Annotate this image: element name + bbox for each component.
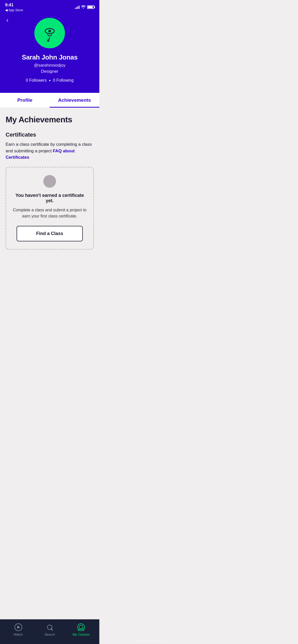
battery-icon xyxy=(87,5,94,9)
no-certificate-title: You haven't earned a certificate yet. xyxy=(12,193,87,203)
certificates-title: Certificates xyxy=(6,131,94,138)
avatar-svg xyxy=(39,23,60,43)
avatar xyxy=(34,18,65,48)
profile-username: @sarahmoodjoy xyxy=(34,63,65,68)
find-class-button[interactable]: Find a Class xyxy=(17,226,83,241)
achievements-section: My Achievements Certificates Earn a clas… xyxy=(0,108,99,262)
status-left: 9:41 ◀ App Store xyxy=(5,3,23,12)
followers-count: 0 Followers xyxy=(26,78,47,83)
status-icons xyxy=(75,5,94,9)
status-time: 9:41 xyxy=(5,3,13,8)
main-content: My Achievements Certificates Earn a clas… xyxy=(0,108,99,288)
app-store-back[interactable]: ◀ App Store xyxy=(5,8,23,12)
profile-header: ‹ Sarah John Jonas @sarahmoodjoy Designe… xyxy=(0,13,99,93)
profile-stats: 0 Followers 0 Following xyxy=(26,78,74,83)
back-button[interactable]: ‹ xyxy=(5,15,10,25)
no-certificate-description: Complete a class and submit a project to… xyxy=(12,207,87,219)
back-chevron: ◀ xyxy=(5,8,8,12)
status-bar: 9:41 ◀ App Store xyxy=(0,0,99,13)
profile-title: Designer xyxy=(41,69,58,74)
svg-point-2 xyxy=(47,40,49,41)
empty-certificates-box: You haven't earned a certificate yet. Co… xyxy=(6,167,94,250)
certificate-placeholder-icon xyxy=(43,175,56,188)
following-count: 0 Following xyxy=(53,78,74,83)
tab-profile[interactable]: Profile xyxy=(0,93,50,108)
profile-name: Sarah John Jonas xyxy=(22,53,77,61)
tab-achievements[interactable]: Achievements xyxy=(50,93,99,108)
signal-icon xyxy=(75,5,79,9)
certificates-description: Earn a class certificate by completing a… xyxy=(6,141,94,161)
svg-point-1 xyxy=(48,30,51,32)
page-title: My Achievements xyxy=(6,115,94,124)
stats-separator xyxy=(49,80,50,81)
tabs-container: Profile Achievements xyxy=(0,93,99,108)
wifi-icon xyxy=(81,5,86,9)
